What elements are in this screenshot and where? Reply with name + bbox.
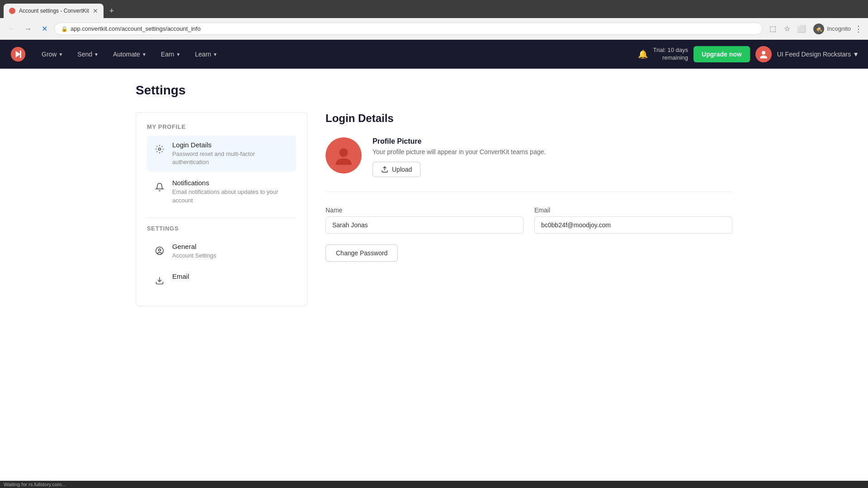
nav-learn[interactable]: Learn ▼: [188, 40, 225, 69]
bell-icon: [152, 180, 167, 194]
login-details-content: Login Details Password reset and multi-f…: [172, 141, 291, 166]
svg-point-2: [159, 148, 161, 150]
tab-close-button[interactable]: ✕: [93, 7, 98, 14]
profile-window-icon[interactable]: ⬜: [795, 23, 808, 35]
settings-sidebar: My Profile Login Details Password reset …: [136, 112, 307, 306]
my-profile-heading: My Profile: [147, 123, 296, 130]
sidebar-item-email[interactable]: Email: [147, 267, 296, 293]
profile-avatar: [326, 137, 362, 174]
convertkit-logo[interactable]: [9, 45, 27, 63]
tab-favicon: [9, 8, 15, 14]
forward-button[interactable]: →: [22, 23, 34, 35]
new-tab-button[interactable]: +: [105, 5, 118, 17]
login-details-title: Login Details: [172, 141, 291, 149]
user-circle-icon: [152, 244, 167, 258]
nav-send[interactable]: Send ▼: [70, 40, 106, 69]
name-input[interactable]: [326, 216, 524, 234]
name-email-row: Name Email: [326, 206, 732, 234]
email-content: Email: [172, 272, 291, 282]
download-icon: [152, 273, 167, 288]
lock-icon: 🔒: [61, 26, 68, 32]
nav-earn[interactable]: Earn ▼: [154, 40, 188, 69]
url-text: app.convertkit.com/account_settings/acco…: [71, 25, 756, 32]
svg-point-6: [339, 148, 348, 157]
cast-icon[interactable]: ⬚: [766, 23, 779, 35]
notification-bell-icon[interactable]: 🔔: [638, 49, 648, 59]
tab-bar: Account settings - ConvertKit ✕ +: [0, 0, 868, 18]
chevron-down-icon: ▼: [94, 52, 99, 57]
upload-button[interactable]: Upload: [373, 162, 420, 177]
general-content: General Account Settings: [172, 243, 291, 260]
nav-right: 🔔 Trial: 10 days remaining Upgrade now U…: [638, 46, 859, 62]
nav-grow[interactable]: Grow ▼: [34, 40, 70, 69]
browser-chrome: Account settings - ConvertKit ✕ + ← → ✕ …: [0, 0, 868, 40]
profile-picture-title: Profile Picture: [373, 137, 732, 145]
sidebar-item-general[interactable]: General Account Settings: [147, 237, 296, 265]
page-content: Settings My Profile Login Details Passwo…: [118, 69, 750, 321]
svg-point-1: [762, 51, 765, 55]
nav-items: Grow ▼ Send ▼ Automate ▼ Earn ▼ Learn ▼: [34, 40, 638, 69]
incognito-label: Incognito: [827, 25, 851, 32]
chevron-down-icon: ▼: [142, 52, 146, 57]
name-field-group: Name: [326, 206, 524, 234]
user-name-menu[interactable]: UI Feed Design Rockstars ▼: [777, 51, 859, 58]
general-desc: Account Settings: [172, 252, 291, 260]
sidebar-divider: [147, 217, 296, 218]
gear-icon: [152, 142, 167, 156]
sidebar-item-notifications[interactable]: Notifications Email notifications about …: [147, 174, 296, 210]
user-avatar[interactable]: [755, 46, 772, 62]
chevron-down-icon: ▼: [213, 52, 217, 57]
upload-icon: [381, 166, 388, 173]
email-input[interactable]: [534, 216, 732, 234]
general-title: General: [172, 243, 291, 250]
bookmark-star-icon[interactable]: ☆: [781, 23, 793, 35]
active-tab[interactable]: Account settings - ConvertKit ✕: [4, 4, 104, 18]
profile-picture-info: Profile Picture Your profile picture wil…: [373, 137, 732, 177]
back-button[interactable]: ←: [5, 23, 18, 35]
tab-title: Account settings - ConvertKit: [19, 8, 89, 14]
name-label: Name: [326, 206, 524, 214]
profile-picture-desc: Your profile picture will appear in your…: [373, 148, 732, 155]
incognito-icon: 🕵: [813, 23, 824, 34]
chevron-down-icon: ▼: [176, 52, 180, 57]
email-title: Email: [172, 272, 291, 280]
email-label: Email: [534, 206, 732, 214]
email-field-group: Email: [534, 206, 732, 234]
login-details-desc: Password reset and multi-factor authenti…: [172, 150, 291, 166]
notifications-desc: Email notifications about updates to you…: [172, 188, 291, 204]
address-bar[interactable]: 🔒 app.convertkit.com/account_settings/ac…: [54, 23, 763, 35]
upgrade-now-button[interactable]: Upgrade now: [693, 46, 750, 62]
page-title: Settings: [136, 83, 732, 98]
chevron-down-icon: ▼: [853, 51, 859, 58]
browser-menu-button[interactable]: ⋮: [854, 24, 863, 34]
trial-text: Trial: 10 days remaining: [653, 47, 689, 62]
app-nav: Grow ▼ Send ▼ Automate ▼ Earn ▼ Learn ▼ …: [0, 40, 868, 69]
section-title: Login Details: [326, 112, 732, 125]
app-wrapper: Grow ▼ Send ▼ Automate ▼ Earn ▼ Learn ▼ …: [0, 40, 868, 479]
browser-toolbar: ← → ✕ 🔒 app.convertkit.com/account_setti…: [0, 18, 868, 40]
chevron-down-icon: ▼: [58, 52, 63, 57]
settings-main: Login Details Profile Picture Your profi…: [307, 112, 732, 306]
reload-button[interactable]: ✕: [38, 23, 51, 35]
incognito-area: 🕵 Incognito: [813, 23, 851, 34]
notifications-content: Notifications Email notifications about …: [172, 179, 291, 204]
toolbar-icons: ⬚ ☆ ⬜: [766, 23, 808, 35]
settings-layout: My Profile Login Details Password reset …: [136, 112, 732, 306]
svg-point-4: [159, 249, 161, 251]
profile-picture-section: Profile Picture Your profile picture wil…: [326, 137, 732, 192]
notifications-title: Notifications: [172, 179, 291, 187]
nav-automate[interactable]: Automate ▼: [106, 40, 154, 69]
settings-heading: Settings: [147, 225, 296, 232]
sidebar-item-login-details[interactable]: Login Details Password reset and multi-f…: [147, 136, 296, 172]
change-password-button[interactable]: Change Password: [326, 244, 398, 262]
